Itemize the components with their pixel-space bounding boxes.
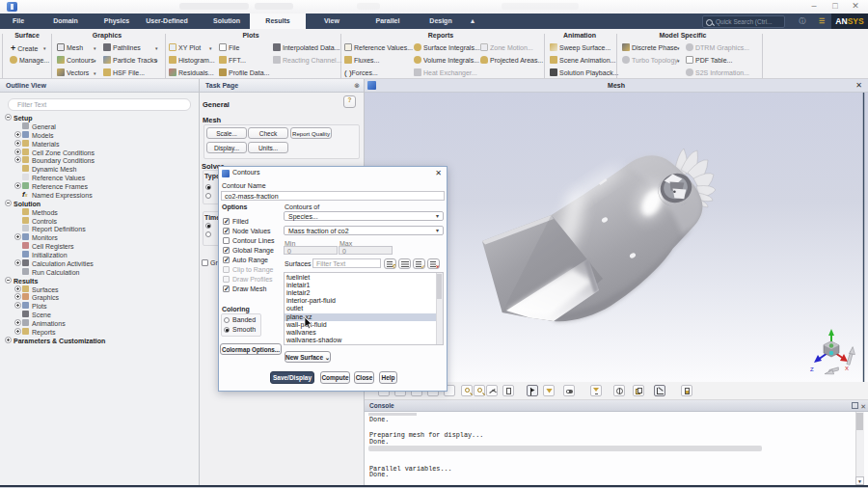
svg-text:Z: Z xyxy=(810,366,814,372)
svg-text:X: X xyxy=(845,366,849,371)
